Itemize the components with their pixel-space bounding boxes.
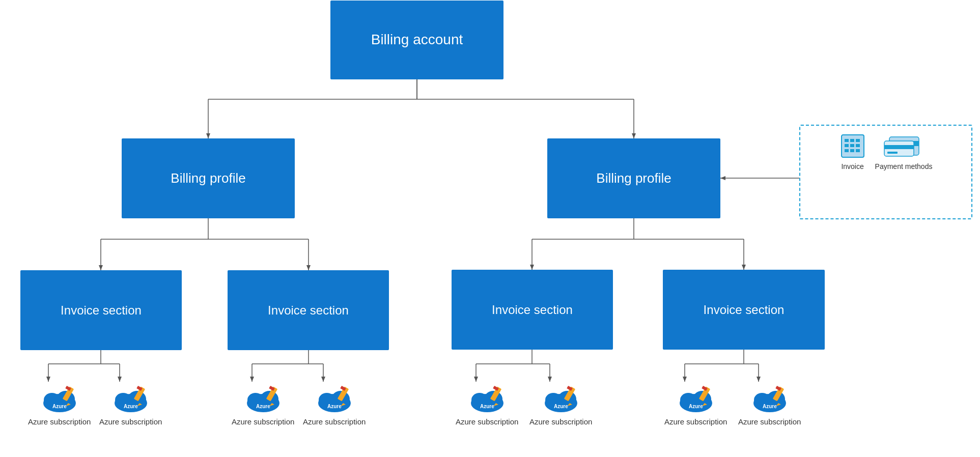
azure-sub-4: Azure Azure subscription <box>303 382 366 426</box>
svg-text:Azure: Azure <box>480 404 494 409</box>
svg-marker-42 <box>548 377 552 382</box>
svg-text:Azure: Azure <box>689 404 703 409</box>
svg-marker-7 <box>632 133 636 138</box>
svg-marker-35 <box>321 377 325 382</box>
azure-icon-6: Azure <box>541 382 581 414</box>
azure-sub-6-label: Azure subscription <box>529 417 592 426</box>
svg-marker-25 <box>46 377 50 382</box>
svg-rect-57 <box>850 144 854 147</box>
invoice-icon <box>839 133 866 159</box>
billing-profile-left-box: Billing profile <box>122 138 295 218</box>
azure-sub-1: Azure Azure subscription <box>28 382 91 426</box>
azure-sub-3-label: Azure subscription <box>232 417 294 426</box>
svg-marker-51 <box>720 176 725 180</box>
azure-sub-7-label: Azure subscription <box>664 417 727 426</box>
svg-text:Azure: Azure <box>52 404 67 409</box>
azure-sub-5-label: Azure subscription <box>456 417 518 426</box>
azure-sub-5: Azure Azure subscription <box>456 382 518 426</box>
svg-marker-49 <box>757 377 761 382</box>
svg-marker-21 <box>742 265 746 270</box>
svg-marker-14 <box>306 265 311 270</box>
svg-rect-59 <box>845 149 849 152</box>
azure-sub-8-label: Azure subscription <box>738 417 801 426</box>
azure-icon-7: Azure <box>676 382 716 414</box>
invoice-section-1-box: Invoice section <box>20 270 182 350</box>
azure-icon-3: Azure <box>243 382 284 414</box>
azure-icon-4: Azure <box>314 382 355 414</box>
svg-marker-3 <box>206 133 210 138</box>
svg-rect-61 <box>856 149 860 152</box>
azure-sub-6: Azure Azure subscription <box>529 382 592 426</box>
svg-text:Azure: Azure <box>124 404 138 409</box>
payment-methods-item: Payment methods <box>875 133 933 170</box>
svg-marker-32 <box>250 377 254 382</box>
azure-icon-1: Azure <box>39 382 80 414</box>
billing-profile-right-box: Billing profile <box>547 138 720 218</box>
azure-icon-2: Azure <box>110 382 151 414</box>
svg-marker-39 <box>474 377 478 382</box>
azure-icon-5: Azure <box>467 382 508 414</box>
invoice-payment-item: Invoice <box>839 133 866 170</box>
invoice-section-4-label: Invoice section <box>268 302 349 318</box>
payment-methods-box: Invoice Payment methods <box>799 125 972 219</box>
billing-account-box: Billing account <box>330 1 503 79</box>
azure-sub-2: Azure Azure subscription <box>99 382 162 426</box>
svg-marker-46 <box>683 377 687 382</box>
azure-sub-8: Azure Azure subscription <box>738 382 801 426</box>
svg-rect-53 <box>845 139 849 142</box>
svg-text:Azure: Azure <box>554 404 568 409</box>
azure-icon-8: Azure <box>749 382 790 414</box>
billing-profile-right-label: Billing profile <box>596 170 671 187</box>
invoice-section-3-label: Invoice section <box>704 302 785 318</box>
payment-icons-row: Invoice Payment methods <box>839 133 933 170</box>
svg-rect-65 <box>884 145 914 149</box>
invoice-section-1-label: Invoice section <box>61 302 142 318</box>
diagram-container: Billing account Billing profile Billing … <box>0 0 980 457</box>
svg-marker-18 <box>530 265 534 270</box>
svg-text:Azure: Azure <box>763 404 777 409</box>
invoice-section-2-box: Invoice section <box>452 270 613 350</box>
svg-marker-11 <box>99 265 103 270</box>
payment-card-icon <box>883 133 924 159</box>
azure-sub-1-label: Azure subscription <box>28 417 91 426</box>
svg-rect-55 <box>856 139 860 142</box>
azure-sub-3: Azure Azure subscription <box>232 382 294 426</box>
svg-marker-28 <box>118 377 122 382</box>
svg-rect-58 <box>856 144 860 147</box>
invoice-section-3-box: Invoice section <box>663 270 825 350</box>
invoice-label: Invoice <box>841 162 863 170</box>
payment-methods-label: Payment methods <box>875 162 933 170</box>
svg-rect-54 <box>850 139 854 142</box>
invoice-section-2-label: Invoice section <box>492 302 573 318</box>
svg-text:Azure: Azure <box>327 404 342 409</box>
svg-rect-60 <box>850 149 854 152</box>
invoice-section-4-box: Invoice section <box>228 270 389 350</box>
billing-profile-left-label: Billing profile <box>171 170 245 187</box>
azure-sub-2-label: Azure subscription <box>99 417 162 426</box>
svg-rect-56 <box>845 144 849 147</box>
azure-sub-7: Azure Azure subscription <box>664 382 727 426</box>
azure-sub-4-label: Azure subscription <box>303 417 366 426</box>
svg-text:Azure: Azure <box>256 404 270 409</box>
billing-account-label: Billing account <box>371 31 463 49</box>
svg-rect-66 <box>887 152 898 154</box>
